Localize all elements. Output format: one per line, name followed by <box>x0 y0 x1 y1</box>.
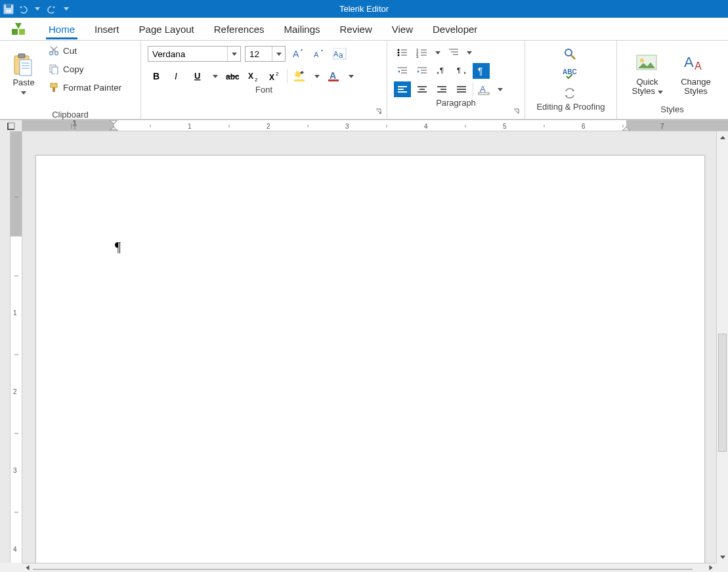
tab-page-layout[interactable]: Page Layout <box>135 20 198 40</box>
app-menu-button[interactable] <box>4 17 33 40</box>
paragraph-dialog-launcher-icon[interactable] <box>513 108 522 117</box>
subscript-button[interactable]: X2 <box>245 68 262 84</box>
scroll-down-icon[interactable] <box>717 551 728 563</box>
horizontal-scroll-thumb[interactable] <box>33 569 693 570</box>
highlight-color-button[interactable] <box>291 68 309 84</box>
quick-styles-dropdown-icon[interactable] <box>658 91 663 94</box>
grow-font-button[interactable]: A <box>289 46 307 62</box>
format-painter-button[interactable]: Format Painter <box>46 80 124 95</box>
italic-button[interactable]: I <box>169 68 186 84</box>
font-size-combo[interactable] <box>245 46 286 62</box>
scroll-right-icon[interactable] <box>706 563 716 573</box>
bullet-list-button[interactable] <box>394 45 411 60</box>
tab-insert[interactable]: Insert <box>91 20 123 40</box>
ruler-vertical[interactable]: 1 2 3 4 <box>11 131 22 563</box>
font-color-button[interactable]: A <box>326 68 343 84</box>
editor-workarea: 1 2 3 4 ¶ <box>0 131 728 563</box>
align-right-button[interactable] <box>433 81 450 97</box>
ruler-horizontal[interactable]: 1 1 2 3 4 5 6 7 <box>0 120 728 131</box>
svg-rect-4 <box>19 29 25 35</box>
tab-developer[interactable]: Developer <box>429 20 481 40</box>
svg-text:A: A <box>314 51 319 58</box>
font-dialog-launcher-icon[interactable] <box>375 108 384 117</box>
svg-text:2: 2 <box>13 388 17 395</box>
undo-icon[interactable] <box>17 3 29 15</box>
tab-references[interactable]: References <box>210 20 268 40</box>
bold-button[interactable]: B <box>148 68 165 84</box>
tab-mailings[interactable]: Mailings <box>280 20 324 40</box>
font-color-dropdown-icon[interactable] <box>347 68 356 84</box>
font-family-dropdown-icon[interactable] <box>227 47 240 61</box>
shading-button[interactable]: A <box>476 81 493 97</box>
group-label-font: Font <box>141 84 387 97</box>
font-family-input[interactable] <box>148 47 227 61</box>
highlight-dropdown-icon[interactable] <box>312 68 322 84</box>
change-styles-button[interactable]: AA Change Styles <box>674 45 718 104</box>
copy-label: Copy <box>63 64 84 74</box>
spellcheck-button[interactable]: ABC <box>563 66 580 81</box>
svg-text:abc: abc <box>226 72 239 81</box>
svg-text:6: 6 <box>582 123 586 130</box>
paste-dropdown-icon[interactable] <box>21 91 26 95</box>
show-paragraph-marks-button[interactable]: ¶ <box>473 63 490 79</box>
save-icon[interactable] <box>3 3 14 15</box>
group-label-styles: Styles <box>617 104 727 117</box>
tab-review[interactable]: Review <box>336 20 376 40</box>
horizontal-scrollbar[interactable] <box>22 563 716 572</box>
font-size-input[interactable] <box>246 47 272 61</box>
first-line-indent-marker[interactable] <box>109 120 118 125</box>
cut-button[interactable]: Cut <box>46 43 124 58</box>
font-family-combo[interactable] <box>148 46 241 62</box>
tab-home[interactable]: Home <box>45 20 79 40</box>
undo-dropdown-icon[interactable] <box>32 3 43 15</box>
list-dropdown-icon[interactable] <box>433 45 442 60</box>
shading-dropdown-icon[interactable] <box>496 81 505 97</box>
copy-button[interactable]: Copy <box>46 62 124 76</box>
redo-icon[interactable] <box>46 3 58 15</box>
quick-styles-button[interactable]: Quick Styles <box>625 45 670 104</box>
strikethrough-button[interactable]: abc <box>224 68 241 84</box>
hanging-indent-marker[interactable] <box>109 125 118 131</box>
ltr-button[interactable]: ¶ <box>433 63 450 79</box>
decrease-indent-button[interactable] <box>394 63 411 79</box>
svg-rect-7 <box>20 60 32 76</box>
increase-indent-button[interactable] <box>414 63 431 79</box>
align-center-button[interactable] <box>414 81 431 97</box>
align-left-button[interactable] <box>394 81 411 97</box>
clear-formatting-button[interactable]: Aa <box>332 46 349 62</box>
document-page[interactable]: ¶ <box>35 155 705 563</box>
multilevel-dropdown-icon[interactable] <box>465 45 474 60</box>
scissors-icon <box>49 45 59 56</box>
document-canvas[interactable]: ¶ <box>22 131 716 563</box>
svg-text:3: 3 <box>416 55 419 58</box>
group-label-clipboard: Clipboard <box>0 109 140 120</box>
svg-rect-3 <box>12 29 18 35</box>
rtl-button[interactable]: ¶ <box>453 63 470 79</box>
svg-text:U: U <box>194 71 200 81</box>
find-button[interactable] <box>563 46 580 62</box>
superscript-button[interactable]: X2 <box>266 68 283 84</box>
svg-text:5: 5 <box>503 123 507 130</box>
scroll-up-icon[interactable] <box>717 131 728 143</box>
scroll-left-icon[interactable] <box>22 563 33 573</box>
ruler-corner-icon[interactable] <box>0 120 22 132</box>
replace-button[interactable] <box>563 85 580 101</box>
numbered-list-button[interactable]: 123 <box>414 45 431 60</box>
underline-button[interactable]: U <box>190 68 207 84</box>
qat-more-icon[interactable] <box>60 3 72 15</box>
quick-styles-label: Quick Styles <box>632 77 658 96</box>
group-label-paragraph: Paragraph <box>387 97 525 110</box>
svg-text:a: a <box>339 51 343 60</box>
change-styles-label: Change Styles <box>674 77 718 96</box>
vertical-scroll-thumb[interactable] <box>718 334 727 452</box>
right-indent-marker[interactable] <box>622 126 631 131</box>
multilevel-list-button[interactable] <box>445 45 462 60</box>
paste-button[interactable]: Paste <box>5 43 42 106</box>
justify-button[interactable] <box>453 81 470 97</box>
tab-view[interactable]: View <box>388 20 417 40</box>
underline-dropdown-icon[interactable] <box>211 68 220 84</box>
vertical-scrollbar[interactable] <box>716 131 728 563</box>
svg-text:1: 1 <box>188 123 192 130</box>
font-size-dropdown-icon[interactable] <box>272 47 285 61</box>
shrink-font-button[interactable]: A <box>310 46 328 62</box>
